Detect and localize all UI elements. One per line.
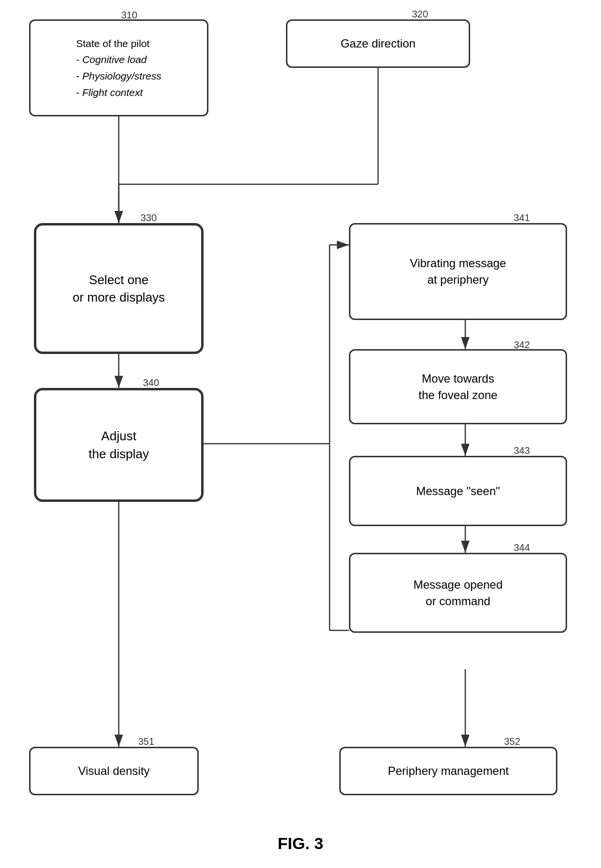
ref-352: 352 xyxy=(504,736,520,747)
vibrating-message-box: Vibrating messageat periphery xyxy=(349,223,567,320)
ref-330: 330 xyxy=(141,212,157,224)
gaze-direction-box: Gaze direction xyxy=(286,19,470,68)
diagram-container: State of the pilot - Cognitive load - Ph… xyxy=(0,0,601,868)
select-displays-box: Select oneor more displays xyxy=(34,223,204,354)
visual-density-box: Visual density xyxy=(29,747,199,795)
periphery-management-box: Periphery management xyxy=(339,747,557,795)
ref-310: 310 xyxy=(121,10,137,21)
ref-341: 341 xyxy=(514,212,530,224)
ref-344: 344 xyxy=(514,542,530,553)
figure-label: FIG. 3 xyxy=(0,834,601,849)
message-seen-box: Message "seen" xyxy=(349,456,567,526)
adjust-display-box: Adjustthe display xyxy=(34,388,204,502)
ref-320: 320 xyxy=(412,9,428,20)
ref-351: 351 xyxy=(138,736,154,747)
ref-343: 343 xyxy=(514,445,530,456)
ref-340: 340 xyxy=(143,377,159,388)
ref-342: 342 xyxy=(514,339,530,351)
pilot-state-box: State of the pilot - Cognitive load - Ph… xyxy=(29,19,208,116)
move-towards-box: Move towardsthe foveal zone xyxy=(349,349,567,424)
message-opened-box: Message openedor command xyxy=(349,553,567,633)
